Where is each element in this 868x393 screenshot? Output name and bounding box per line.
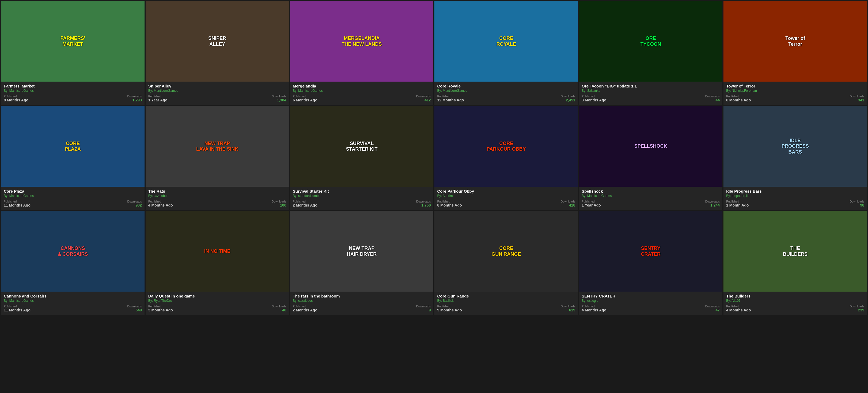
downloads-stat: Downloads 44 <box>705 95 720 102</box>
published-value: 4 Months Ago <box>148 203 173 207</box>
downloads-stat: Downloads 418 <box>561 200 575 207</box>
published-label: Published <box>148 305 173 308</box>
card-item[interactable]: NEW TRAPHAIR DRYER The rats in the bathr… <box>290 211 434 315</box>
downloads-value: 549 <box>127 308 142 312</box>
published-value: 6 Months Ago <box>293 98 317 102</box>
card-item[interactable]: COREGUN RANGE Core Gun Range By: Basilis… <box>434 211 578 315</box>
card-item[interactable]: ORETYCOON Ore Tycoon "BIG" update 1.1 By… <box>579 1 722 105</box>
card-title: Core Parkour Obby <box>437 189 575 193</box>
card-author: By: Ali107 <box>726 299 864 302</box>
card-author: By: Aphrim <box>437 194 575 198</box>
published-value: 4 Months Ago <box>582 308 606 312</box>
card-item[interactable]: Tower ofTerror Tower of Terror By: Nicho… <box>723 1 867 105</box>
card-item[interactable]: SNIPERALLEY Sniper Alley By: ManticoreGa… <box>146 1 289 105</box>
card-item[interactable]: SENTRYCRATER SENTRY CRATER By: estlogic … <box>579 211 722 315</box>
published-stat: Published 4 Months Ago <box>582 305 606 312</box>
downloads-value: 341 <box>850 98 864 102</box>
card-thumbnail: COREROYALE <box>434 1 578 81</box>
published-value: 1 Month Ago <box>726 203 749 207</box>
card-title: Mergelandia <box>293 84 431 88</box>
published-label: Published <box>582 305 606 308</box>
card-stats: Published 8 Months Ago Downloads 1,293 <box>4 95 142 102</box>
downloads-label: Downloads <box>705 95 720 98</box>
downloads-value: 412 <box>416 98 431 102</box>
card-author: By: thepaperpilot <box>726 194 864 198</box>
card-stats: Published 4 Months Ago Downloads 100 <box>148 200 286 207</box>
card-author: By: Basilisk <box>437 299 575 302</box>
card-stats: Published 1 Year Ago Downloads 1,244 <box>582 200 720 207</box>
card-item[interactable]: FARMERS'MARKET Farmers' Market By: Manti… <box>1 1 145 105</box>
downloads-value: 44 <box>705 98 720 102</box>
card-item[interactable]: COREPARKOUR OBBY Core Parkour Obby By: A… <box>434 106 578 210</box>
published-label: Published <box>582 200 601 203</box>
card-info: Ore Tycoon "BIG" update 1.1 By: Szklanka… <box>579 81 722 105</box>
card-thumbnail: Tower ofTerror <box>723 1 867 81</box>
downloads-stat: Downloads 1,244 <box>705 200 720 207</box>
card-author: By: ManticoreGames <box>582 194 720 198</box>
card-author: By: ManticoreGames <box>4 89 142 93</box>
downloads-value: 902 <box>127 203 142 207</box>
card-thumbnail: SPELLSHOCK <box>579 106 722 187</box>
card-title: Cannons and Corsairs <box>4 294 142 298</box>
card-item[interactable]: THEBUILDERS The Builders By: Ali107 Publ… <box>723 211 867 315</box>
downloads-value: 100 <box>272 203 286 207</box>
card-title: Idle Progress Bars <box>726 189 864 193</box>
published-value: 1 Year Ago <box>148 98 167 102</box>
card-title: Core Royale <box>437 84 575 88</box>
card-author: By: RyanTheDev <box>148 299 286 302</box>
card-item[interactable]: SURVIVALSTARTER KIT Survival Starter Kit… <box>290 106 434 210</box>
card-title: The rats in the bathroom <box>293 294 431 298</box>
downloads-value: 9 <box>416 308 431 312</box>
card-info: Core Gun Range By: Basilisk Published 9 … <box>434 292 578 315</box>
published-stat: Published 11 Months Ago <box>4 200 31 207</box>
downloads-label: Downloads <box>705 305 720 308</box>
published-label: Published <box>148 95 167 98</box>
card-title: Tower of Terror <box>726 84 864 88</box>
downloads-label: Downloads <box>705 200 720 203</box>
card-title: Core Gun Range <box>437 294 575 298</box>
card-stats: Published 4 Months Ago Downloads 47 <box>582 305 720 312</box>
card-item[interactable]: IN NO TIME Daily Quest in one game By: R… <box>146 211 289 315</box>
card-author: By: cazalobos <box>148 194 286 198</box>
card-stats: Published 11 Months Ago Downloads 902 <box>4 200 142 207</box>
card-info: The Rats By: cazalobos Published 4 Month… <box>146 187 289 210</box>
downloads-label: Downloads <box>416 95 431 98</box>
published-stat: Published 3 Months Ago <box>148 305 173 312</box>
published-label: Published <box>293 95 317 98</box>
downloads-stat: Downloads 40 <box>272 305 286 312</box>
card-item[interactable]: MERGELANDIATHE NEW LANDS Mergelandia By:… <box>290 1 434 105</box>
card-item[interactable]: SPELLSHOCK Spellshock By: ManticoreGames… <box>579 106 722 210</box>
published-label: Published <box>582 95 606 98</box>
published-value: 11 Months Ago <box>4 308 31 312</box>
card-stats: Published 9 Months Ago Downloads 619 <box>437 305 575 312</box>
published-stat: Published 1 Month Ago <box>726 200 749 207</box>
card-info: Tower of Terror By: NicholasForeman Publ… <box>723 81 867 105</box>
published-stat: Published 6 Months Ago <box>726 95 751 102</box>
published-stat: Published 8 Months Ago <box>4 95 28 102</box>
card-stats: Published 4 Months Ago Downloads 239 <box>726 305 864 312</box>
downloads-value: 47 <box>705 308 720 312</box>
card-item[interactable]: COREROYALE Core Royale By: ManticoreGame… <box>434 1 578 105</box>
card-item[interactable]: IDLEPROGRESSBARS Idle Progress Bars By: … <box>723 106 867 210</box>
published-value: 1 Year Ago <box>582 203 601 207</box>
downloads-stat: Downloads 239 <box>850 305 864 312</box>
card-title: Core Plaza <box>4 189 142 193</box>
card-info: Core Plaza By: ManticoreGames Published … <box>1 187 145 210</box>
downloads-label: Downloads <box>272 305 286 308</box>
card-item[interactable]: CANNONS& CORSAIRS Cannons and Corsairs B… <box>1 211 145 315</box>
published-value: 3 Months Ago <box>148 308 173 312</box>
card-thumbnail: NEW TRAPLAVA IN THE SINK <box>146 106 289 187</box>
downloads-stat: Downloads 100 <box>272 200 286 207</box>
card-item[interactable]: COREPLAZA Core Plaza By: ManticoreGames … <box>1 106 145 210</box>
published-value: 11 Months Ago <box>4 203 31 207</box>
card-info: Mergelandia By: ManticoreGames Published… <box>290 81 434 105</box>
card-info: Survival Starter Kit By: standardcombo P… <box>290 187 434 210</box>
downloads-label: Downloads <box>561 95 575 98</box>
downloads-value: 40 <box>272 308 286 312</box>
published-label: Published <box>4 95 28 98</box>
card-title: Spellshock <box>582 189 720 193</box>
card-author: By: ManticoreGames <box>437 89 575 93</box>
card-item[interactable]: NEW TRAPLAVA IN THE SINK The Rats By: ca… <box>146 106 289 210</box>
published-value: 8 Months Ago <box>4 98 28 102</box>
downloads-value: 1,750 <box>416 203 431 207</box>
